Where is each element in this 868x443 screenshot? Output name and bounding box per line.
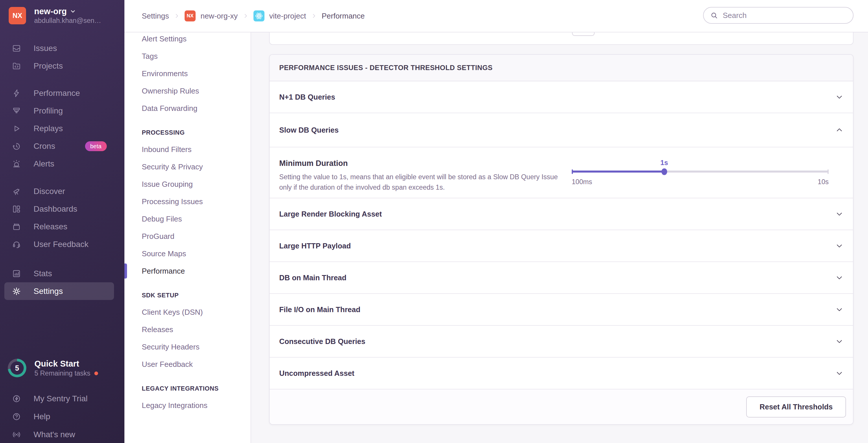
- sidebar-item-whats-new[interactable]: What's new: [0, 425, 124, 443]
- settings-nav-tags[interactable]: Tags: [124, 48, 251, 65]
- reset-all-thresholds-button[interactable]: Reset All Thresholds: [746, 396, 846, 417]
- accordion-row-consecutive-db-queries[interactable]: Consecutive DB Queries: [270, 326, 853, 358]
- settings-nav-releases[interactable]: Releases: [124, 321, 251, 338]
- main-content: PERFORMANCE ISSUES - DETECTOR THRESHOLD …: [251, 32, 868, 443]
- settings-nav-header-processing: PROCESSING: [124, 124, 251, 141]
- settings-nav-security-privacy[interactable]: Security & Privacy: [124, 158, 251, 175]
- slider-min-tick: [572, 169, 573, 174]
- sidebar-item-dashboards[interactable]: Dashboards: [0, 200, 124, 218]
- settings-nav-source-maps[interactable]: Source Maps: [124, 245, 251, 262]
- accordion-row-file-io-on-main-thread[interactable]: File I/O on Main Thread: [270, 294, 853, 326]
- quick-start-title: Quick Start: [34, 358, 98, 369]
- org-switcher[interactable]: NX new-org abdullah.khan@sen…: [9, 6, 101, 25]
- settings-nav-debug-files[interactable]: Debug Files: [124, 210, 251, 228]
- sidebar-item-issues[interactable]: Issues: [0, 39, 124, 57]
- search-input[interactable]: [722, 11, 846, 20]
- sidebar-item-profiling[interactable]: Profiling: [0, 102, 124, 120]
- beta-badge: beta: [85, 141, 107, 151]
- sidebar-item-discover[interactable]: Discover: [0, 182, 124, 200]
- accordion-row-large-http-payload[interactable]: Large HTTP Payload: [270, 230, 853, 262]
- sidebar-item-label: My Sentry Trial: [34, 394, 88, 403]
- accordion-row-n-plus-one-db-queries[interactable]: N+1 DB Queries: [270, 81, 853, 113]
- search-box[interactable]: [703, 7, 854, 24]
- settings-nav-user-feedback[interactable]: User Feedback: [124, 356, 251, 373]
- settings-nav-header-legacy-integrations: LEGACY INTEGRATIONS: [124, 380, 251, 397]
- chevron-down-icon[interactable]: [836, 242, 843, 249]
- settings-nav-alert-settings[interactable]: Alert Settings: [124, 32, 251, 48]
- minimum-duration-slider: 1s 100ms 10s: [572, 147, 829, 198]
- sidebar-item-alerts[interactable]: Alerts: [0, 155, 124, 173]
- org-avatar[interactable]: NX: [9, 7, 26, 24]
- sidebar-item-label: Performance: [34, 89, 80, 98]
- chevron-right-icon: [243, 13, 249, 19]
- settings-nav: Alert Settings Tags Environments Ownersh…: [124, 32, 251, 443]
- accordion-row-uncompressed-asset[interactable]: Uncompressed Asset: [270, 358, 853, 389]
- breadcrumb-settings[interactable]: Settings: [142, 11, 169, 21]
- accordion-row-large-render-blocking-asset[interactable]: Large Render Blocking Asset: [270, 198, 853, 230]
- sidebar-item-releases[interactable]: Releases: [0, 218, 124, 235]
- settings-nav-proguard[interactable]: ProGuard: [124, 228, 251, 245]
- detector-threshold-panel: PERFORMANCE ISSUES - DETECTOR THRESHOLD …: [269, 54, 854, 425]
- minimum-duration-label: Minimum Duration: [279, 159, 348, 168]
- slider-min-label: 100ms: [572, 178, 592, 186]
- chevron-down-icon[interactable]: [836, 370, 843, 377]
- profiling-icon: [12, 106, 21, 116]
- quick-start[interactable]: 5 Quick Start 5 Remaining tasks: [8, 358, 118, 378]
- sidebar-item-label: Projects: [34, 61, 63, 71]
- sidebar-item-help[interactable]: Help: [0, 408, 124, 425]
- settings-nav-processing-issues[interactable]: Processing Issues: [124, 193, 251, 210]
- alerts-icon: [12, 159, 21, 169]
- chevron-down-icon[interactable]: [836, 210, 843, 218]
- sidebar-item-label: Settings: [34, 287, 63, 296]
- chevron-down-icon[interactable]: [836, 274, 843, 282]
- sidebar-item-label: Issues: [34, 44, 57, 53]
- slider-max-label: 10s: [818, 178, 829, 186]
- panel-title: PERFORMANCE ISSUES - DETECTOR THRESHOLD …: [270, 55, 853, 81]
- projects-icon: [12, 61, 21, 71]
- sidebar-item-label: Discover: [34, 187, 65, 196]
- sidebar-item-performance[interactable]: Performance: [0, 84, 124, 102]
- slider-track[interactable]: [572, 171, 829, 173]
- sidebar-item-replays[interactable]: Replays: [0, 120, 124, 137]
- gear-icon: [12, 287, 21, 296]
- sidebar-item-crons[interactable]: Crons beta: [0, 137, 124, 155]
- chevron-down-icon[interactable]: [836, 93, 843, 101]
- breadcrumb-org[interactable]: new-org-xy: [200, 11, 238, 21]
- accordion-row-db-on-main-thread[interactable]: DB on Main Thread: [270, 262, 853, 294]
- notification-dot: [94, 372, 98, 375]
- chevron-right-icon: [311, 13, 317, 19]
- sidebar-item-my-sentry-trial[interactable]: My Sentry Trial: [0, 390, 124, 408]
- settings-nav-inbound-filters[interactable]: Inbound Filters: [124, 141, 251, 158]
- settings-nav-issue-grouping[interactable]: Issue Grouping: [124, 175, 251, 193]
- settings-nav-client-keys[interactable]: Client Keys (DSN): [124, 303, 251, 321]
- org-avatar-small: NX: [185, 10, 195, 22]
- settings-nav-performance[interactable]: Performance: [124, 262, 251, 280]
- org-name[interactable]: new-org: [34, 6, 67, 16]
- sidebar-footer: My Sentry Trial Help What's new: [0, 390, 124, 443]
- settings-nav-ownership-rules[interactable]: Ownership Rules: [124, 82, 251, 99]
- minimum-duration-description: Setting the value to 1s, means that an e…: [279, 172, 568, 193]
- chevron-down-icon[interactable]: [836, 337, 843, 345]
- sidebar-item-projects[interactable]: Projects: [0, 57, 124, 75]
- settings-nav-environments[interactable]: Environments: [124, 65, 251, 82]
- chevron-down-icon: [70, 8, 76, 14]
- chevron-down-icon[interactable]: [836, 306, 843, 313]
- sidebar-item-settings[interactable]: Settings: [4, 282, 114, 300]
- help-icon: [12, 412, 21, 421]
- accordion-row-slow-db-queries[interactable]: Slow DB Queries: [270, 113, 853, 147]
- sidebar-item-user-feedback[interactable]: User Feedback: [0, 235, 124, 253]
- top-bar: Settings NX new-org-xy vite-project Perf…: [124, 0, 868, 32]
- chevron-up-icon[interactable]: [836, 126, 843, 134]
- quick-start-subtitle: 5 Remaining tasks: [34, 369, 90, 378]
- user-feedback-icon: [12, 240, 21, 249]
- dashboards-icon: [12, 204, 21, 214]
- sidebar-item-stats[interactable]: Stats: [0, 265, 124, 282]
- settings-nav-data-forwarding[interactable]: Data Forwarding: [124, 99, 251, 117]
- sidebar-item-label: Replays: [34, 124, 63, 133]
- breadcrumb-project[interactable]: vite-project: [269, 11, 306, 21]
- stats-icon: [12, 269, 21, 278]
- releases-icon: [12, 222, 21, 231]
- settings-nav-legacy-integrations[interactable]: Legacy Integrations: [124, 397, 251, 414]
- settings-nav-security-headers[interactable]: Security Headers: [124, 338, 251, 356]
- slider-thumb[interactable]: [661, 168, 667, 175]
